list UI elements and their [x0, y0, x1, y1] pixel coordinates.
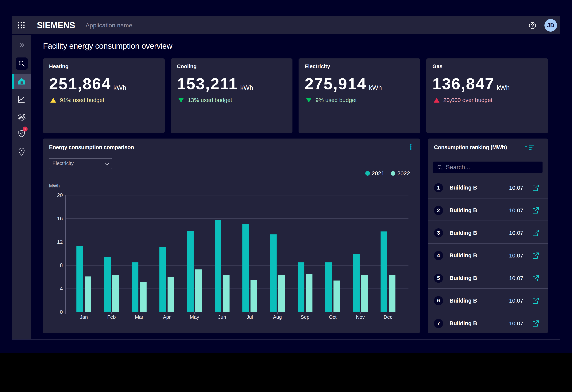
svg-text:Dec: Dec [383, 314, 392, 320]
svg-text:Mar: Mar [135, 314, 143, 320]
svg-text:Aug: Aug [273, 314, 282, 320]
svg-text:Feb: Feb [107, 314, 116, 320]
svg-text:MWh: MWh [49, 183, 60, 188]
svg-text:4: 4 [60, 286, 63, 292]
svg-text:Sep: Sep [301, 314, 309, 320]
svg-text:12: 12 [57, 239, 63, 245]
svg-text:20: 20 [57, 192, 63, 198]
svg-text:16: 16 [57, 216, 63, 222]
svg-text:Jan: Jan [80, 314, 88, 320]
svg-text:May: May [190, 314, 199, 320]
svg-text:Jun: Jun [218, 314, 226, 320]
svg-text:0: 0 [60, 309, 63, 315]
svg-text:Jul: Jul [247, 314, 253, 320]
svg-text:Apr: Apr [163, 314, 171, 320]
svg-text:Nov: Nov [356, 314, 365, 320]
svg-text:8: 8 [60, 262, 63, 268]
svg-text:Oct: Oct [329, 314, 337, 320]
